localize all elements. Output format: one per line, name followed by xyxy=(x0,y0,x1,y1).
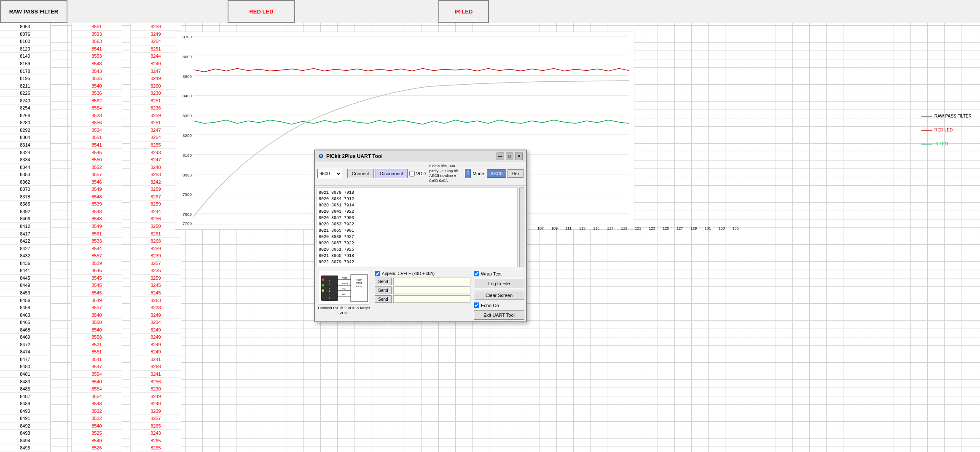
svg-text:13: 13 xyxy=(297,228,301,229)
table-row: 8546 xyxy=(72,178,122,186)
macro-input-1[interactable] xyxy=(393,278,470,285)
circuit-caption: Connect PICkit 2 VDD & target VDD. xyxy=(317,306,371,316)
table-row: 8526 xyxy=(72,444,122,452)
clear-screen-button[interactable]: Clear Screen xyxy=(474,291,524,300)
table-row: 8547 xyxy=(72,363,122,371)
table-row: 8254 xyxy=(131,38,181,45)
dialog-controls[interactable]: — □ ✕ xyxy=(497,152,523,160)
table-row: 8432 xyxy=(0,252,50,260)
circuit-diagram: P I C k i t Target UART Circuit xyxy=(319,271,369,305)
table-row: 8556 xyxy=(72,119,122,127)
disconnect-button[interactable]: Disconnect xyxy=(376,169,408,178)
table-row: 8314 xyxy=(0,142,50,149)
table-row: 8544 xyxy=(72,245,122,252)
baud-rate-select[interactable]: 9600 19200 38400 57600 115200 xyxy=(317,169,342,178)
help-button[interactable]: ? xyxy=(465,169,471,178)
data-info-text: 8 data bits - No parity - 1 Stop bit.ASC… xyxy=(429,164,462,184)
minimize-button[interactable]: — xyxy=(497,152,504,160)
svg-text:7700: 7700 xyxy=(183,221,192,226)
table-row: 8412 xyxy=(0,223,50,230)
table-row: 8249 xyxy=(131,60,181,68)
macro-row-3: Send xyxy=(375,295,470,303)
list-item: 8020 8043 7922 xyxy=(319,209,516,215)
echo-on-checkbox[interactable] xyxy=(474,302,479,308)
table-row: 8292 xyxy=(0,127,50,134)
hex-mode-button[interactable]: Hex xyxy=(507,169,524,178)
dialog-bottom: P I C k i t Target UART Circuit xyxy=(315,269,526,321)
connect-button[interactable]: Connect xyxy=(347,169,374,178)
table-row: 8353 xyxy=(0,171,50,179)
table-row: 8261 xyxy=(131,230,181,238)
exit-uart-button[interactable]: Exit UART Tool xyxy=(474,310,524,320)
table-row: 8487 xyxy=(0,393,50,400)
macro-send-2-button[interactable]: Send xyxy=(375,286,392,294)
table-row: 8539 xyxy=(72,260,122,267)
macros-section: Append CR+LF (x0D + x0A) Send Send Send xyxy=(375,271,470,320)
list-item: 8021 8078 7918 xyxy=(319,190,516,196)
macro-input-2[interactable] xyxy=(393,286,470,294)
terminal-scrollbar[interactable] xyxy=(519,187,524,267)
svg-text:UART: UART xyxy=(356,282,362,284)
maximize-button[interactable]: □ xyxy=(506,152,513,160)
macro-send-3-button[interactable]: Send xyxy=(375,295,392,303)
table-row: 8468 xyxy=(0,326,50,334)
uart-dialog: ⚙ PICkit 2Plus UART Tool — □ ✕ 9600 1920… xyxy=(314,150,527,322)
table-row: 8489 xyxy=(0,400,50,408)
table-row: 8241 xyxy=(131,371,181,378)
header-ir-led: IR LED xyxy=(438,0,489,23)
table-row: 8304 xyxy=(0,134,50,142)
log-to-file-button[interactable]: Log to File xyxy=(474,279,524,288)
svg-text:5: 5 xyxy=(228,228,230,229)
table-row: 8053 xyxy=(0,23,50,31)
table-row: 8249 xyxy=(131,326,181,334)
vdd-checkbox[interactable] xyxy=(409,171,415,177)
list-item: 8020 8057 7922 xyxy=(319,240,516,246)
table-row: 8249 xyxy=(131,393,181,400)
table-row: 8254 xyxy=(0,104,50,112)
wrap-text-row: Wrap Text xyxy=(474,271,524,276)
table-row: 8280 xyxy=(0,119,50,127)
macro-send-1-button[interactable]: Send xyxy=(375,278,392,285)
ascii-mode-button[interactable]: ASCII xyxy=(487,169,507,178)
list-item: 8020 8038 7927 xyxy=(319,234,516,240)
wrap-text-checkbox[interactable] xyxy=(474,271,479,276)
table-row: 8242 xyxy=(131,178,181,186)
table-row: 8540 xyxy=(72,82,122,90)
vdd-checkbox-area[interactable]: VDD xyxy=(409,171,426,177)
close-button[interactable]: ✕ xyxy=(515,152,523,160)
table-row: 8551 xyxy=(72,348,122,356)
table-row: 8532 xyxy=(72,407,122,415)
list-item: 8021 8065 7918 xyxy=(319,253,516,259)
table-row: 8248 xyxy=(131,163,181,171)
svg-text:8400: 8400 xyxy=(183,94,192,98)
table-row: 8521 xyxy=(72,341,122,349)
list-item: 8020 8051 7914 xyxy=(319,202,516,209)
table-row: 8240 xyxy=(0,97,50,104)
append-crlf-checkbox[interactable] xyxy=(375,271,380,276)
table-row: 8076 xyxy=(0,31,50,38)
table-row: 8550 xyxy=(72,319,122,326)
table-row: 8236 xyxy=(131,104,181,112)
table-row: 8525 xyxy=(72,430,122,437)
table-row: 8422 xyxy=(0,238,50,245)
legend-ir-line xyxy=(921,144,932,144)
svg-point-62 xyxy=(322,284,324,286)
dialog-content: 8021 8078 79188020 8034 79128020 8051 79… xyxy=(315,186,526,269)
table-row: 8234 xyxy=(131,319,181,326)
table-row: 8239 xyxy=(131,252,181,260)
table-row: 8247 xyxy=(131,156,181,164)
terminal-output[interactable]: 8021 8078 79188020 8034 79128020 8051 79… xyxy=(317,187,518,267)
table-row: 8490 xyxy=(0,407,50,415)
table-row: 8370 xyxy=(0,186,50,193)
table-row: 8548 xyxy=(72,400,122,408)
macro-input-3[interactable] xyxy=(393,295,470,303)
table-row: 8494 xyxy=(0,437,50,445)
table-row: 8260 xyxy=(131,82,181,90)
table-row: 8243 xyxy=(131,430,181,437)
list-item: 8021 8065 7901 xyxy=(319,227,516,234)
list-item: 8020 8051 7925 xyxy=(319,246,516,253)
table-row: 8244 xyxy=(131,53,181,60)
list-item: 8020 8053 7932 xyxy=(319,221,516,227)
table-row: 8245 xyxy=(131,289,181,297)
list-item: 8022 8079 7942 xyxy=(319,259,516,265)
